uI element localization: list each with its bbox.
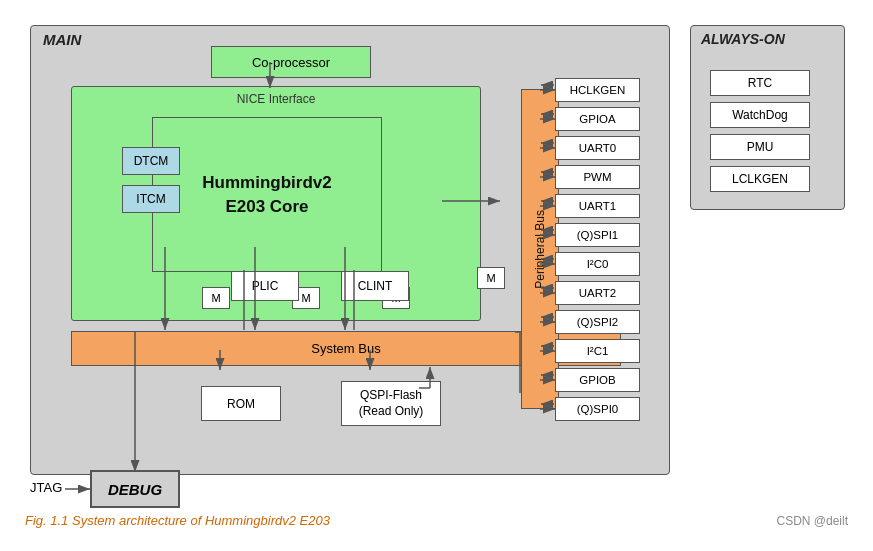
diagram-container: MAIN Co-processor NICE Interface Humming… — [10, 10, 863, 540]
always-on-watchdog: WatchDog — [710, 102, 810, 128]
always-on-label: ALWAYS-ON — [701, 31, 785, 47]
clint-box: CLINT — [341, 271, 409, 301]
always-on-pmu: PMU — [710, 134, 810, 160]
main-label: MAIN — [43, 31, 81, 48]
always-on-lclkgen: LCLKGEN — [710, 166, 810, 192]
peripheral-hclkgen: HCLKGEN — [555, 78, 640, 102]
e203-core: Hummingbirdv2E203 Core — [152, 117, 382, 272]
nice-label: NICE Interface — [237, 92, 316, 106]
coprocessor-box: Co-processor — [211, 46, 371, 78]
m-box-right: M — [477, 267, 505, 289]
peripheral-qspi2: (Q)SPI2 — [555, 310, 640, 334]
m-box-1: M — [202, 287, 230, 309]
peripheral-qspi1: (Q)SPI1 — [555, 223, 640, 247]
brand-label: CSDN @deilt — [776, 514, 848, 528]
peripheral-gpiob: GPIOB — [555, 368, 640, 392]
always-on-rtc: RTC — [710, 70, 810, 96]
rom-box: ROM — [201, 386, 281, 421]
peripheral-gpioa: GPIOA — [555, 107, 640, 131]
e203-title: Hummingbirdv2E203 Core — [202, 171, 331, 219]
peripheral-uart0: UART0 — [555, 136, 640, 160]
caption: Fig. 1.1 System architecture of Hummingb… — [25, 513, 330, 528]
itcm-box: ITCM — [122, 185, 180, 213]
qspi-flash-box: QSPI-Flash(Read Only) — [341, 381, 441, 426]
debug-box: DEBUG — [90, 470, 180, 508]
peripheral-uart2: UART2 — [555, 281, 640, 305]
plic-box: PLIC — [231, 271, 299, 301]
peripheral-pwm: PWM — [555, 165, 640, 189]
dtcm-box: DTCM — [122, 147, 180, 175]
peripheral-i2c0: I²C0 — [555, 252, 640, 276]
peripheral-bus: Peripheral Bus — [521, 89, 559, 409]
jtag-label: JTAG — [30, 480, 62, 495]
peripheral-qspi0: (Q)SPI0 — [555, 397, 640, 421]
peripheral-uart1: UART1 — [555, 194, 640, 218]
peripheral-i2c1: I²C1 — [555, 339, 640, 363]
